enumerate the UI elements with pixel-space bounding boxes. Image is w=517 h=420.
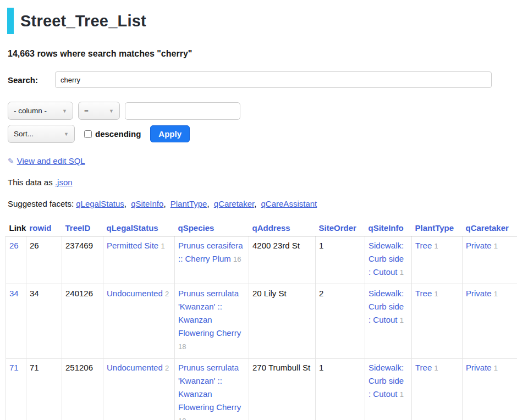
facet-value-link[interactable]: Tree: [415, 363, 432, 372]
column-header-qsiteinfo[interactable]: qSiteInfo: [365, 222, 412, 236]
qcaretaker-cell: Private 1: [463, 358, 517, 420]
facet-count: 2: [165, 290, 169, 298]
facet-value-link[interactable]: Sidewalk: Curb side : Cutout: [369, 241, 404, 277]
facet-count: 1: [434, 242, 438, 250]
facet-value-link[interactable]: Sidewalk: Curb side : Cutout: [369, 363, 404, 399]
facet-separator: ,: [207, 199, 209, 208]
qaddress-cell: 20 Lily St: [249, 284, 316, 358]
facet-link-qlegalstatus[interactable]: qLegalStatus: [76, 199, 124, 208]
facet-value-link[interactable]: Private: [466, 363, 492, 372]
filter-value-input[interactable]: [125, 102, 240, 120]
sort-row: Sort... ▼ descending Apply: [8, 125, 517, 143]
search-label: Search:: [8, 75, 55, 85]
facet-value-link[interactable]: Tree: [415, 289, 432, 298]
header-row: Link rowid TreeID qLegalStatus qSpecies …: [6, 222, 517, 236]
column-header-qcaretaker[interactable]: qCaretaker: [463, 222, 517, 236]
qspecies-cell: Prunus serrulata 'Kwanzan' :: Kwanzan Fl…: [175, 284, 249, 358]
facet-value-link[interactable]: Undocumented: [107, 363, 163, 372]
facet-value-link[interactable]: Private: [466, 289, 492, 298]
column-header-planttype[interactable]: PlantType: [412, 222, 463, 236]
sort-select[interactable]: Sort... ▼: [8, 125, 75, 143]
facet-count: 1: [434, 290, 438, 298]
column-header-treeid[interactable]: TreeID: [62, 222, 103, 236]
facet-count: 1: [434, 364, 438, 372]
column-header-qaddress-link[interactable]: qAddress: [252, 223, 290, 233]
column-header-qsiteinfo-link[interactable]: qSiteInfo: [369, 223, 404, 233]
rowid-cell: 34: [26, 284, 62, 358]
facet-link-planttype[interactable]: PlantType: [170, 199, 207, 208]
qsiteinfo-cell: Sidewalk: Curb side : Cutout 1: [365, 358, 412, 420]
row-link[interactable]: 71: [9, 363, 19, 372]
siteorder-cell: 1: [316, 358, 365, 420]
descending-label: descending: [95, 129, 141, 139]
chevron-down-icon: ▼: [109, 108, 114, 114]
column-header-siteorder[interactable]: SiteOrder: [316, 222, 365, 236]
facet-count: 1: [494, 364, 498, 372]
facet-count: 1: [400, 268, 404, 277]
search-input[interactable]: [55, 71, 492, 88]
facet-separator: ,: [163, 199, 166, 208]
qsiteinfo-cell: Sidewalk: Curb side : Cutout 1: [365, 236, 412, 284]
column-header-qspecies-link[interactable]: qSpecies: [178, 223, 215, 233]
apply-button[interactable]: Apply: [150, 125, 190, 142]
qlegalstatus-cell: Undocumented 2: [103, 358, 175, 420]
filter-row: - column - ▼ = ▼: [8, 102, 517, 120]
descending-checkbox[interactable]: [84, 130, 92, 138]
column-header-planttype-link[interactable]: PlantType: [415, 223, 454, 233]
facet-count: 1: [494, 242, 498, 250]
qcaretaker-cell: Private 1: [463, 236, 517, 284]
facet-count: 1: [400, 316, 404, 324]
facet-link-qsiteinfo[interactable]: qSiteInfo: [131, 199, 163, 208]
facet-value-link[interactable]: Private: [466, 241, 492, 250]
facet-count: 2: [165, 364, 169, 372]
column-header-link: Link: [6, 222, 26, 236]
row-count-summary: 14,663 rows where search matches "cherry…: [8, 49, 517, 59]
treeid-cell: 251206: [62, 358, 103, 420]
operator-select-value: =: [84, 107, 89, 115]
view-edit-sql-link[interactable]: View and edit SQL: [17, 156, 85, 165]
facet-count: 1: [400, 390, 404, 399]
column-header-qlegalstatus[interactable]: qLegalStatus: [103, 222, 175, 236]
qlegalstatus-cell: Undocumented 2: [103, 284, 175, 358]
planttype-cell: Tree 1: [412, 284, 463, 358]
column-header-siteorder-link[interactable]: SiteOrder: [319, 223, 356, 233]
chevron-down-icon: ▼: [64, 131, 69, 137]
chevron-down-icon: ▼: [62, 108, 67, 114]
row-link[interactable]: 26: [9, 241, 19, 250]
row-link[interactable]: 34: [9, 289, 19, 298]
column-header-qcaretaker-link[interactable]: qCaretaker: [466, 223, 509, 233]
qspecies-cell: Prunus cerasifera :: Cherry Plum 16: [175, 236, 249, 284]
operator-select[interactable]: = ▼: [78, 102, 120, 120]
facet-value-link[interactable]: Sidewalk: Curb side : Cutout: [369, 289, 404, 324]
column-select-value: - column -: [14, 107, 47, 115]
data-as-prefix: This data as: [8, 178, 55, 187]
column-select[interactable]: - column - ▼: [8, 102, 73, 120]
facet-value-link[interactable]: Prunus serrulata 'Kwanzan' :: Kwanzan Fl…: [178, 363, 241, 412]
column-header-qspecies[interactable]: qSpecies: [175, 222, 249, 236]
json-link[interactable]: .json: [55, 178, 73, 187]
rowid-cell: 26: [26, 236, 62, 284]
table-row: 34 34 240126 Undocumented 2 Prunus serru…: [6, 284, 517, 358]
facet-value-link[interactable]: Prunus serrulata 'Kwanzan' :: Kwanzan Fl…: [178, 289, 241, 338]
column-header-treeid-link[interactable]: TreeID: [65, 223, 91, 233]
column-header-qlegalstatus-link[interactable]: qLegalStatus: [107, 223, 158, 233]
column-header-qaddress[interactable]: qAddress: [249, 222, 316, 236]
facet-value-link[interactable]: Undocumented: [107, 289, 163, 298]
facet-count: 16: [233, 255, 241, 263]
page-title: Street_Tree_List: [7, 8, 517, 34]
column-header-rowid-link[interactable]: rowid: [30, 223, 52, 233]
facet-separator: ,: [124, 199, 127, 208]
column-header-rowid[interactable]: rowid: [26, 222, 62, 236]
facet-value-link[interactable]: Permitted Site: [107, 241, 158, 250]
table-row: 71 71 251206 Undocumented 2 Prunus serru…: [6, 358, 517, 420]
pencil-icon: ✎: [8, 157, 14, 165]
facet-count: 18: [178, 417, 186, 420]
facet-link-qcareassistant[interactable]: qCareAssistant: [261, 199, 317, 208]
results-table: Link rowid TreeID qLegalStatus qSpecies …: [6, 222, 517, 420]
facet-link-qcaretaker[interactable]: qCaretaker: [214, 199, 254, 208]
facet-value-link[interactable]: Tree: [415, 241, 432, 250]
facet-separator: ,: [254, 199, 256, 208]
qaddress-cell: 4200 23rd St: [249, 236, 316, 284]
siteorder-cell: 2: [316, 284, 365, 358]
qsiteinfo-cell: Sidewalk: Curb side : Cutout 1: [365, 284, 412, 358]
